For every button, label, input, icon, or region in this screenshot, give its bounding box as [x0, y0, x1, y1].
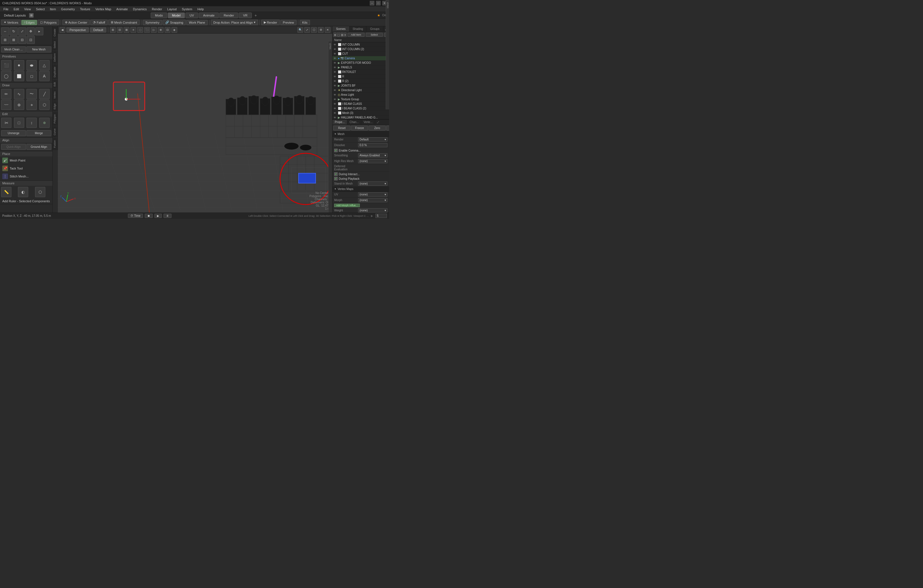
scene-icon-1[interactable]: ⊕ [333, 33, 337, 37]
scenes-tab[interactable]: Scenes [332, 26, 350, 31]
vp-icon-3[interactable]: ⊠ [124, 27, 129, 33]
add-ruler-item[interactable]: Add Ruler - Selected Components [0, 198, 53, 204]
vertex-tab[interactable]: Vertex [53, 89, 57, 101]
tube-button[interactable]: ◻ [26, 71, 37, 81]
tool-icon-4[interactable]: ✥ [27, 27, 35, 35]
scene-icon-2[interactable]: ◌ [337, 33, 340, 37]
viewport-canvas[interactable]: X Y Z No Centers Polygons : Face Channel… [58, 34, 332, 212]
scene-item-dir-light[interactable]: 👁 ☀ Directional Light [332, 88, 389, 93]
uv-prop-value[interactable]: (none)▾ [358, 192, 388, 197]
tab-uv[interactable]: UV [186, 13, 198, 18]
edit-tool-3[interactable]: ↕ [26, 118, 37, 128]
menu-texture[interactable]: Texture [78, 7, 93, 11]
menu-render[interactable]: Render [149, 7, 164, 11]
select-edges-button[interactable]: / Edges [21, 20, 37, 25]
primitives-header[interactable]: Primitives [0, 54, 53, 59]
add-tab-button[interactable]: + [252, 13, 259, 18]
high-res-prop-value[interactable]: (none)▾ [358, 159, 388, 163]
sketch-tool[interactable]: 〰 [1, 100, 11, 110]
vp-icon-1[interactable]: ⊞ [110, 27, 116, 33]
eye-icon-r2[interactable]: 👁 [333, 80, 337, 83]
drop-action-button[interactable]: Drop Action: Place and Align ▾ [211, 20, 258, 25]
edit-tool-1[interactable]: ✂ [1, 118, 11, 128]
eye-icon-hallway[interactable]: 👁 [333, 116, 337, 119]
text-button[interactable]: A [39, 71, 49, 81]
scene-item-panels[interactable]: 👁 ▶ PANELS [332, 65, 389, 70]
scenes-list[interactable]: 👁 ⬜ INT COLUMN 👁 ⬜ INT COLUMN (2) 👁 ⬜ CU… [332, 43, 389, 119]
curve-tab[interactable]: Curve [53, 126, 57, 138]
mesh-clean-button[interactable]: Mesh Clean ... [1, 46, 26, 53]
place-header[interactable]: Place [0, 151, 53, 156]
vp-perspective-tab[interactable]: Perspective [66, 27, 89, 33]
eye-icon-int-column-2[interactable]: 👁 [333, 48, 337, 51]
action-center-button[interactable]: ⊕ Action Center [62, 20, 90, 25]
tape-tool[interactable]: ⬡ [35, 187, 45, 197]
tab-modo[interactable]: Modo [151, 13, 167, 18]
scene-item-texture-group[interactable]: 👁 ▶ Texture Group [332, 97, 389, 102]
scene-item-camera[interactable]: 👁 ● 📷 Camera [332, 56, 389, 61]
draw-header[interactable]: Draw [0, 83, 53, 88]
mesh-strip-tab[interactable]: Mesh [386, 0, 389, 10]
vp-zoom-btn[interactable]: 🔍 [297, 27, 303, 33]
layout-icon[interactable]: ⊞ [29, 13, 34, 18]
vp-default-tab[interactable]: Default [90, 27, 106, 33]
props-tab-vertex[interactable]: Verte... [361, 120, 375, 125]
tool-icon-6[interactable]: ⊞ [1, 36, 9, 44]
reset-button[interactable]: Reset [333, 126, 350, 130]
eye-icon-mesh3[interactable]: 👁 [333, 112, 337, 115]
vertex-maps-section-header[interactable]: ▼ Vertex Maps [332, 187, 389, 192]
preview-button[interactable]: Preview [280, 20, 297, 25]
scene-icon-4[interactable]: ≡ [344, 33, 347, 37]
vp-icon-2[interactable]: ⊟ [117, 27, 123, 33]
scene-item-rktoilet[interactable]: 👁 ⬜ RKTOILET [332, 70, 389, 74]
select-polygons-button[interactable]: ◻ Polygons [38, 20, 59, 25]
tab-render[interactable]: Render [219, 13, 238, 18]
create-strip-tab[interactable]: Mesh [328, 41, 332, 51]
status-input[interactable] [376, 214, 387, 218]
eye-icon-camera[interactable]: 👁 [333, 57, 337, 60]
stitch-mesh-item[interactable]: ⋮ Stitch Mesh... [0, 172, 53, 180]
scene-item-joints[interactable]: 👁 ▶ JOINTS BF [332, 84, 389, 88]
add-point-tool[interactable]: ⊕ [14, 100, 24, 110]
props-tab-properties[interactable]: Prope... [332, 120, 347, 125]
measure-header[interactable]: Measure [0, 181, 53, 186]
vp-icon-9[interactable]: ⊡ [165, 27, 170, 33]
dissolve-prop-value[interactable]: 0.0 % [358, 143, 388, 147]
capsule-button[interactable]: ⬬ [26, 60, 37, 71]
render-prop-value[interactable]: Default▾ [358, 137, 388, 141]
tab-vr[interactable]: VR [239, 13, 251, 18]
menu-select[interactable]: Select [34, 7, 47, 11]
zero-button[interactable]: Zero [369, 126, 386, 130]
menu-system[interactable]: System [179, 7, 195, 11]
falloff-button[interactable]: ◔ Falloff [90, 20, 108, 25]
tool-icon-5[interactable]: ▸ [35, 27, 43, 35]
edge-slice-tool[interactable]: ⋄ [26, 100, 37, 110]
groups-tab[interactable]: Groups [366, 26, 383, 31]
scene-item-area-light[interactable]: 👁 ◻ Area Light [332, 93, 389, 97]
disk-button[interactable]: ◯ [1, 71, 11, 81]
scene-item-r[interactable]: 👁 ⬜ R [332, 74, 389, 79]
eye-icon-area-light[interactable]: 👁 [333, 94, 337, 96]
duplicate-tab[interactable]: Duplicate [53, 64, 57, 80]
tool-icon-1[interactable]: ↔ [1, 27, 9, 35]
record-button[interactable]: ⏺ [145, 214, 153, 218]
star-button[interactable]: ★ [376, 13, 381, 17]
edit-vert-tab[interactable]: Edit [53, 79, 57, 89]
scene-item-int-column[interactable]: 👁 ⬜ INT COLUMN [332, 43, 389, 47]
props-tab-channels[interactable]: Chan... [347, 120, 361, 125]
edit-tool-2[interactable]: □ [14, 118, 24, 128]
scene-item-r2[interactable]: 👁 ⬜ R (2) [332, 79, 389, 84]
scene-item-ibeam2[interactable]: 👁 ⬜ I BEAM CLASS (2) [332, 106, 389, 111]
tab-animate[interactable]: Animate [199, 13, 219, 18]
during-playback-checkbox[interactable]: ✓ [334, 177, 338, 180]
minimize-button[interactable]: – [370, 1, 374, 5]
vp-icon-6[interactable]: ⬛ [144, 27, 150, 33]
menu-view[interactable]: View [22, 7, 33, 11]
stand-in-prop-value[interactable]: (none)▾ [358, 181, 388, 186]
edge-tab[interactable]: Edge [53, 101, 57, 112]
vp-icon-10[interactable]: ◈ [171, 27, 177, 33]
snapping-button[interactable]: 🔗 Snapping [163, 20, 186, 25]
vp-prev-button[interactable]: ◀ [59, 27, 65, 33]
bevel-tool[interactable]: ⬡ [39, 100, 49, 110]
enable-comma-checkbox[interactable]: ✓ [334, 149, 338, 152]
